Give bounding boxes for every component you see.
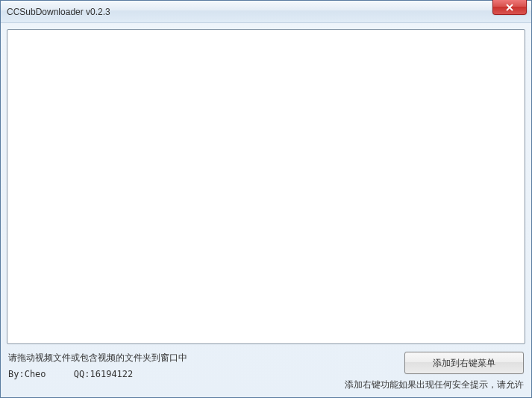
add-context-menu-button[interactable]: 添加到右键菜单 <box>404 352 524 374</box>
author-qq: QQ:16194122 <box>74 369 133 379</box>
drop-zone[interactable] <box>7 29 525 344</box>
left-info: 请拖动视频文件或包含视频的文件夹到窗口中 By:Cheo QQ:16194122 <box>8 352 187 379</box>
security-hint-label: 添加右键功能如果出现任何安全提示，请允许 <box>345 379 524 391</box>
author-by: By:Cheo <box>8 369 46 379</box>
titlebar[interactable]: CCSubDownloader v0.2.3 <box>1 1 531 23</box>
client-area: 请拖动视频文件或包含视频的文件夹到窗口中 By:Cheo QQ:16194122… <box>1 23 531 397</box>
author-line: By:Cheo QQ:16194122 <box>8 369 187 379</box>
right-area: 添加到右键菜单 添加右键功能如果出现任何安全提示，请允许 <box>345 352 524 391</box>
close-button[interactable] <box>492 0 527 15</box>
close-icon <box>506 4 513 11</box>
app-window: CCSubDownloader v0.2.3 请拖动视频文件或包含视频的文件夹到… <box>0 0 532 398</box>
drag-hint-label: 请拖动视频文件或包含视频的文件夹到窗口中 <box>8 352 187 364</box>
window-title: CCSubDownloader v0.2.3 <box>7 7 492 17</box>
bottom-area: 请拖动视频文件或包含视频的文件夹到窗口中 By:Cheo QQ:16194122… <box>7 352 525 391</box>
